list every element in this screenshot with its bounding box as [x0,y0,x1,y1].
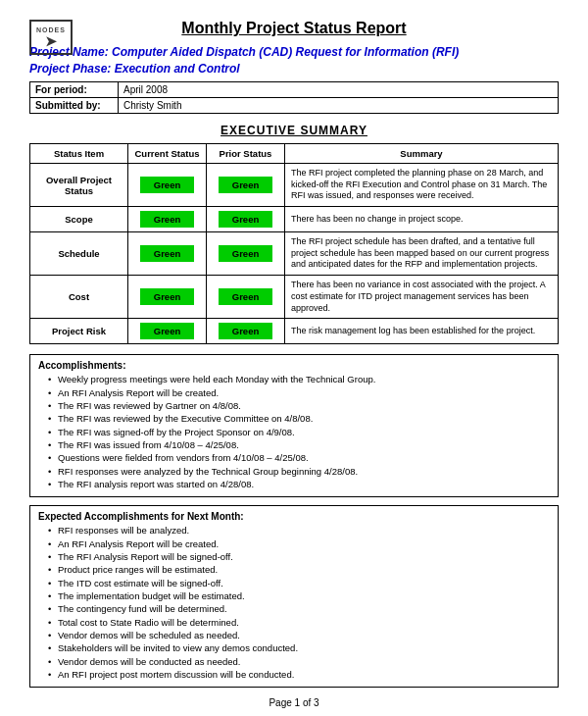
summary-cell: There has been no change in project scop… [285,207,559,232]
list-item: Weekly progress meetings were held each … [48,374,550,385]
summary-cell: The RFI project schedule has been drafte… [285,232,559,276]
project-phase: Project Phase: Execution and Control [29,62,559,76]
project-name: Project Name: Computer Aided Dispatch (C… [29,45,559,59]
row-label: Scope [30,207,128,232]
list-item: The RFI Analysis Report will be signed-o… [48,551,550,563]
col-header-prior-status: Prior Status [207,144,285,164]
summary-cell: The risk management log has been establi… [285,319,559,344]
logo-text: NODES [36,26,66,33]
page-footer: Page 1 of 3 [29,697,559,708]
current-status-cell: Green [128,207,207,232]
expected-section: Expected Accomplishments for Next Month:… [29,505,559,688]
col-header-summary: Summary [285,144,559,164]
green-badge-current: Green [140,288,194,305]
col-header-status-item: Status Item [30,144,128,164]
table-row: CostGreenGreenThere has been no variance… [30,276,559,319]
green-badge-current: Green [140,245,194,262]
expected-list: RFI responses will be analyzed.An RFI An… [38,525,550,681]
list-item: Questions were fielded from vendors from… [48,452,550,464]
prior-status-cell: Green [207,319,285,344]
green-badge-prior: Green [219,211,272,228]
col-header-current-status: Current Status [128,144,207,164]
list-item: The RFI was signed-off by the Project Sp… [48,427,550,438]
list-item: An RFI project post mortem discussion wi… [48,669,550,681]
expected-title: Expected Accomplishments for Next Month: [38,511,550,522]
accomplishments-title: Accomplishments: [38,360,550,371]
submitted-label: Submitted by: [30,98,119,114]
list-item: The ITD cost estimate will be signed-off… [48,578,550,589]
list-item: Vendor demos will be conducted as needed… [48,656,550,668]
table-row: ScopeGreenGreenThere has been no change … [30,207,559,232]
row-label: Overall Project Status [30,164,128,207]
summary-cell: The RFI project completed the planning p… [285,164,559,207]
period-value: April 2008 [119,82,559,98]
list-item: Total cost to State Radio will be determ… [48,617,550,629]
current-status-cell: Green [128,164,207,207]
list-item: The implementation budget will be estima… [48,590,550,602]
list-item: The RFI analysis report was started on 4… [48,479,550,490]
list-item: The RFI was issued from 4/10/08 – 4/25/0… [48,439,550,451]
green-badge-current: Green [140,211,194,228]
prior-status-cell: Green [207,164,285,207]
green-badge-prior: Green [219,288,272,305]
info-table: For period: April 2008 Submitted by: Chr… [29,81,559,114]
list-item: RFI responses were analyzed by the Techn… [48,466,550,478]
green-badge-prior: Green [219,177,272,193]
green-badge-prior: Green [219,245,272,262]
list-item: The RFI was reviewed by the Executive Co… [48,413,550,425]
logo: NODES ➤ [29,20,76,59]
executive-summary-table: Status Item Current Status Prior Status … [29,143,559,344]
table-row: Project RiskGreenGreenThe risk managemen… [30,319,559,344]
summary-cell: There has been no variance in cost assoc… [285,276,559,319]
logo-arrow-icon: ➤ [45,33,57,49]
current-status-cell: Green [128,276,207,319]
prior-status-cell: Green [207,276,285,319]
list-item: The RFI was reviewed by Gartner on 4/8/0… [48,400,550,412]
green-badge-current: Green [140,177,194,193]
prior-status-cell: Green [207,232,285,276]
main-title: Monthly Project Status Report [181,20,406,37]
list-item: An RFI Analysis Report will be created. [48,538,550,550]
green-badge-current: Green [140,323,194,339]
list-item: RFI responses will be analyzed. [48,525,550,537]
list-item: Vendor demos will be scheduled as needed… [48,630,550,641]
row-label: Schedule [30,232,128,276]
current-status-cell: Green [128,232,207,276]
executive-summary-title: EXECUTIVE SUMMARY [29,124,559,137]
row-label: Project Risk [30,319,128,344]
accomplishments-section: Accomplishments: Weekly progress meeting… [29,354,559,497]
list-item: An RFI Analysis Report will be created. [48,387,550,399]
accomplishments-list: Weekly progress meetings were held each … [38,374,550,490]
prior-status-cell: Green [207,207,285,232]
list-item: Product price ranges will be estimated. [48,564,550,576]
submitted-value: Christy Smith [119,98,559,114]
row-label: Cost [30,276,128,319]
list-item: Stakeholders will be invited to view any… [48,642,550,654]
current-status-cell: Green [128,319,207,344]
green-badge-prior: Green [219,323,272,339]
page-header: NODES ➤ Monthly Project Status Report [29,20,559,37]
list-item: The contingency fund will be determined. [48,603,550,615]
period-label: For period: [30,82,119,98]
table-row: Overall Project StatusGreenGreenThe RFI … [30,164,559,207]
table-row: ScheduleGreenGreenThe RFI project schedu… [30,232,559,276]
